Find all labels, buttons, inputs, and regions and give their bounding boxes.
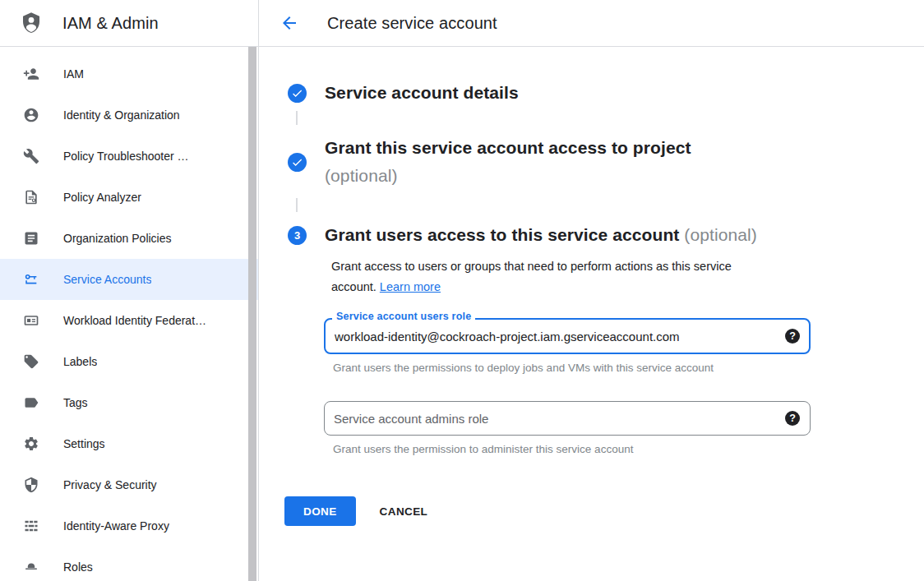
document-search-icon <box>23 189 39 205</box>
sidebar-item-label: Policy Troubleshooter … <box>63 150 189 163</box>
wizard-content: Service account details Grant this servi… <box>259 47 924 526</box>
sidebar-item-policy-troubleshooter[interactable]: Policy Troubleshooter … <box>0 136 258 177</box>
topbar: Create service account <box>259 0 924 47</box>
wizard-step-3[interactable]: 3 Grant users access to this service acc… <box>288 221 924 249</box>
step-number-badge: 3 <box>288 226 307 245</box>
wrench-icon <box>23 148 39 164</box>
admins-role-field-group: ? <box>324 401 811 436</box>
learn-more-link[interactable]: Learn more <box>380 280 441 293</box>
sidebar-item-labels[interactable]: Labels <box>0 341 258 382</box>
help-icon[interactable]: ? <box>785 411 800 426</box>
product-title: IAM & Admin <box>62 14 159 33</box>
sidebar-item-workload-identity-federation[interactable]: Workload Identity Federat… <box>0 300 258 341</box>
action-buttons: DONE CANCEL <box>284 496 924 526</box>
step-done-check-icon <box>288 84 307 103</box>
users-role-field-group: Service account users role ? <box>324 318 811 354</box>
hat-icon <box>23 559 39 575</box>
wizard-step-1[interactable]: Service account details <box>288 79 924 107</box>
sidebar-item-identity-organization[interactable]: Identity & Organization <box>0 95 258 136</box>
sidebar-item-iam[interactable]: IAM <box>0 53 258 95</box>
help-icon[interactable]: ? <box>785 329 800 344</box>
sidebar-item-label: Privacy & Security <box>63 478 157 491</box>
sidebar-item-label: Roles <box>63 560 93 574</box>
id-card-icon <box>23 312 39 329</box>
sidebar-nav: IAM Identity & Organization Policy Troub… <box>0 47 258 581</box>
users-role-input[interactable] <box>324 318 811 354</box>
done-button[interactable]: DONE <box>284 496 356 526</box>
users-role-helper-text: Grant users the permissions to deploy jo… <box>333 362 924 374</box>
account-circle-icon <box>23 107 39 123</box>
sidebar-item-policy-analyzer[interactable]: Policy Analyzer <box>0 177 258 218</box>
step-2-title: Grant this service account access to pro… <box>325 134 691 162</box>
sidebar-scrollbar[interactable] <box>248 47 256 581</box>
sidebar-item-label: Labels <box>63 355 97 368</box>
sidebar-item-settings[interactable]: Settings <box>0 423 258 464</box>
label-arrow-icon <box>23 394 39 411</box>
proxy-icon <box>23 518 39 534</box>
service-account-key-icon <box>23 271 39 288</box>
sidebar-item-label: Settings <box>63 437 105 450</box>
users-role-floating-label: Service account users role <box>332 311 475 322</box>
sidebar-item-label: Workload Identity Federat… <box>63 314 206 327</box>
admins-role-input[interactable] <box>324 401 811 436</box>
person-add-icon <box>23 66 39 82</box>
step-3-title: Grant users access to this service accou… <box>325 225 679 244</box>
step-3-optional-label: (optional) <box>684 225 757 244</box>
step-2-optional-label: (optional) <box>325 162 691 190</box>
sidebar-item-label: Identity & Organization <box>63 108 180 122</box>
cancel-button[interactable]: CANCEL <box>380 505 428 518</box>
sidebar-item-tags[interactable]: Tags <box>0 382 258 423</box>
step-connector <box>296 111 298 125</box>
step-connector <box>296 198 298 212</box>
sidebar-item-label: Tags <box>63 396 88 409</box>
sidebar-item-label: Policy Analyzer <box>63 191 141 204</box>
sidebar-item-identity-aware-proxy[interactable]: Identity-Aware Proxy <box>0 505 258 546</box>
shield-half-icon <box>23 477 39 493</box>
wizard-step-2[interactable]: Grant this service account access to pro… <box>288 134 924 190</box>
back-arrow-icon[interactable] <box>280 13 299 33</box>
admins-role-helper-text: Grant users the permission to administer… <box>333 443 924 455</box>
sidebar-header: IAM & Admin <box>0 0 258 47</box>
main-panel: Create service account Service account d… <box>259 0 924 581</box>
page-title: Create service account <box>327 14 497 33</box>
gear-icon <box>23 436 39 452</box>
sidebar-item-roles[interactable]: Roles <box>0 546 258 581</box>
app-window: IAM & Admin IAM Identity & Organization … <box>0 0 924 581</box>
step-1-title: Service account details <box>325 79 519 107</box>
iam-admin-shield-icon <box>19 10 44 36</box>
sidebar-item-label: Identity-Aware Proxy <box>63 519 169 533</box>
sidebar-item-organization-policies[interactable]: Organization Policies <box>0 218 258 259</box>
sidebar-item-privacy-security[interactable]: Privacy & Security <box>0 464 258 505</box>
sidebar-item-service-accounts[interactable]: Service Accounts <box>0 259 258 300</box>
step-done-check-icon <box>288 153 307 172</box>
sidebar: IAM & Admin IAM Identity & Organization … <box>0 0 259 581</box>
sidebar-item-label: Service Accounts <box>63 273 151 286</box>
tag-icon <box>23 353 39 370</box>
step-3-description: Grant access to users or groups that nee… <box>331 256 779 297</box>
article-icon <box>23 230 39 247</box>
sidebar-item-label: IAM <box>63 67 84 81</box>
sidebar-item-label: Organization Policies <box>63 232 172 245</box>
